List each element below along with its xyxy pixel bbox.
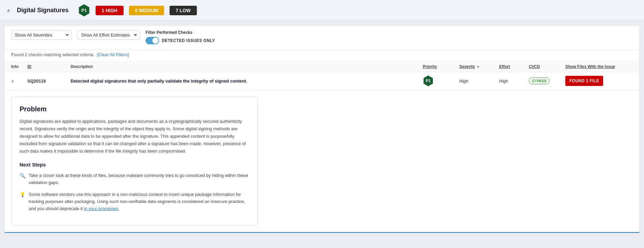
detail-panel: Problem Digital signatures are applied t… xyxy=(4,90,640,232)
collapse-icon[interactable]: ∧ xyxy=(7,8,10,13)
severity-sort-icon: ▼ xyxy=(476,65,480,69)
detail-card: Problem Digital signatures are applied t… xyxy=(11,97,258,225)
severity-select[interactable]: Show All Severities xyxy=(11,30,72,40)
p1-badge: P1 xyxy=(78,4,90,17)
row-cicd: CI PASS xyxy=(529,77,563,84)
th-effort[interactable]: Effort xyxy=(499,64,526,69)
outer-container: ∧ Digital Signatures P1 1 HIGH 0 MEDIUM … xyxy=(0,0,644,248)
th-description-label: Description xyxy=(71,64,93,69)
badge-high: 1 HIGH xyxy=(96,6,124,15)
th-id-label: ID xyxy=(27,64,31,69)
row-id: SQ20116 xyxy=(27,78,68,84)
effort-select[interactable]: Show All Effort Estimates xyxy=(77,30,140,40)
section-title: Digital Signatures xyxy=(17,7,69,14)
problem-title: Problem xyxy=(20,105,249,113)
problem-text: Digital signatures are applied to applic… xyxy=(20,118,249,155)
table-section: ∧ SQ20116 Detected digital signatures th… xyxy=(4,72,640,233)
row-severity: High xyxy=(459,78,496,84)
found-files-button[interactable]: FOUND 1 FILE xyxy=(565,76,603,86)
search-icon: 🔍 xyxy=(20,173,25,178)
step-2-text: Some software vendors use this approach … xyxy=(29,191,249,212)
table-row: ∧ SQ20116 Detected digital signatures th… xyxy=(4,72,640,90)
priority-hexagon: P1 xyxy=(423,75,434,86)
step-1: 🔍 Take a closer look at these kinds of f… xyxy=(20,172,249,186)
th-severity-label: Severity xyxy=(459,64,475,69)
row-effort: High xyxy=(499,78,526,84)
results-info: Found 2 checks matching selected criteri… xyxy=(4,49,640,62)
toggle-section-label: Filter Performed Checks xyxy=(146,30,215,35)
next-steps-title: Next Steps xyxy=(20,162,249,167)
row-description: Detected digital signatures that only pa… xyxy=(71,78,420,84)
clear-filters-link[interactable]: [Clear All Filters] xyxy=(97,52,129,57)
filter-bar: Show All Severities Show All Effort Esti… xyxy=(4,25,640,49)
ci-pass-badge: CI PASS xyxy=(529,77,549,84)
th-priority[interactable]: Priority xyxy=(423,64,457,69)
badge-medium: 0 MEDIUM xyxy=(129,6,164,15)
badge-low: 7 LOW xyxy=(170,6,197,15)
th-info-label: Info xyxy=(11,64,19,69)
bulb-icon: 💡 xyxy=(20,192,25,197)
th-info: Info xyxy=(11,64,25,69)
step-1-text: Take a closer look at these kinds of fil… xyxy=(29,172,249,186)
row-found-files[interactable]: FOUND 1 FILE xyxy=(565,76,633,86)
detected-issues-toggle[interactable] xyxy=(146,37,159,44)
main-content: Show All Severities Show All Effort Esti… xyxy=(4,25,640,233)
header-bar: ∧ Digital Signatures P1 1 HIGH 0 MEDIUM … xyxy=(0,0,644,21)
th-cicd-label: CI/CD xyxy=(529,64,540,69)
th-description: Description xyxy=(71,64,420,69)
table-header: Info ID Description Priority Severity ▼ … xyxy=(4,62,640,72)
row-expand-icon[interactable]: ∧ xyxy=(11,78,25,84)
th-cicd[interactable]: CI/CD xyxy=(529,64,563,69)
row-priority: P1 xyxy=(423,75,457,86)
th-id[interactable]: ID xyxy=(27,64,68,69)
toggle-section: Filter Performed Checks DETECTED ISSUES … xyxy=(146,30,215,44)
effort-filter-group: Show All Effort Estimates xyxy=(77,30,140,40)
found-text: Found 2 checks matching selected criteri… xyxy=(11,52,94,57)
toggle-option-label: DETECTED ISSUES ONLY xyxy=(162,38,215,43)
th-severity[interactable]: Severity ▼ xyxy=(459,64,496,69)
severity-filter-group: Show All Severities xyxy=(11,30,72,40)
step-2-link[interactable]: in your processes xyxy=(84,206,118,211)
th-effort-label: Effort xyxy=(499,64,510,69)
th-priority-label: Priority xyxy=(423,64,437,69)
th-show-files[interactable]: Show Files With the Issue xyxy=(565,64,633,69)
step-2: 💡 Some software vendors use this approac… xyxy=(20,191,249,212)
th-show-files-label: Show Files With the Issue xyxy=(565,64,615,69)
toggle-row: DETECTED ISSUES ONLY xyxy=(146,37,215,44)
